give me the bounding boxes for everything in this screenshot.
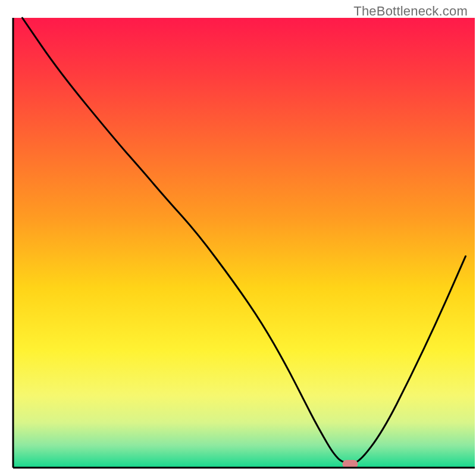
chart-container: TheBottleneck.com bbox=[0, 0, 476, 476]
chart-background bbox=[13, 18, 475, 468]
watermark-text: TheBottleneck.com bbox=[353, 4, 468, 19]
bottleneck-chart bbox=[0, 0, 476, 476]
